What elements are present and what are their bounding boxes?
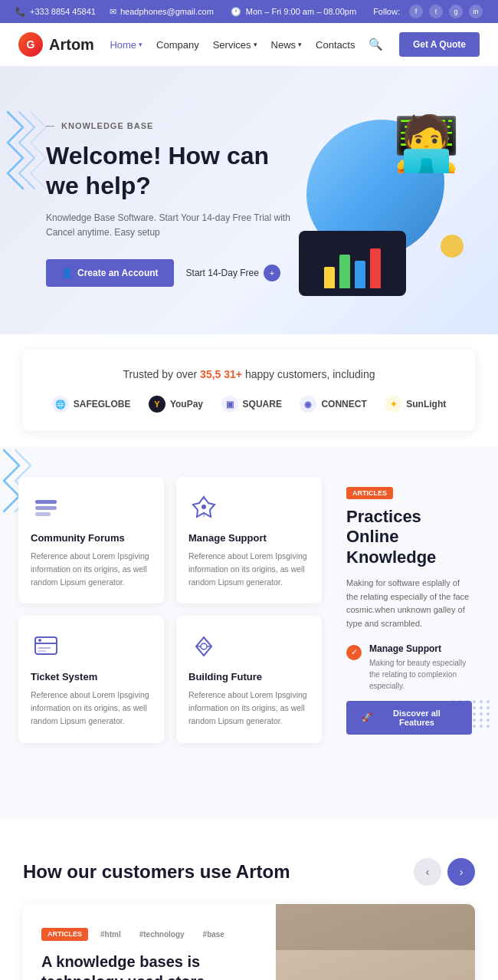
customer-card-content: ARTICLES #html #technology #base A knowl…: [23, 904, 276, 980]
logo[interactable]: G Artom: [18, 32, 94, 57]
square-icon: ▣: [221, 396, 238, 413]
chevron-down-icon: ▾: [139, 41, 143, 48]
feature-title: Ticket System: [31, 671, 152, 682]
svg-rect-2: [35, 512, 51, 516]
email-info: ✉ headphones@gmail.com: [110, 7, 214, 17]
trusted-title: Trusted by over 35,5 31+ happy customers…: [48, 368, 450, 380]
hero-section: KNOWLEDGE BASE Welcome! How can we help?…: [0, 66, 498, 334]
carousel-controls: ‹ ›: [414, 858, 475, 886]
navbar: G Artom Home ▾ Company Services ▾ News ▾…: [0, 23, 498, 66]
brand-connect: ◉ CONNECT: [300, 396, 366, 413]
building-future-icon: [188, 631, 219, 662]
nav-home[interactable]: Home ▾: [110, 39, 143, 51]
articles-title: Practices Online Knowledge: [346, 507, 472, 567]
card-tag-technology: #technology: [133, 928, 191, 941]
brand-sunlight: ✦ SunLight: [385, 396, 446, 413]
svg-point-5: [38, 639, 41, 642]
articles-description: Making for software esplally of the rela…: [346, 577, 472, 630]
plus-icon: +: [264, 265, 280, 281]
sunlight-icon: ✦: [385, 396, 401, 413]
svg-rect-1: [35, 506, 57, 510]
top-bar-contact: 📞 +333 8854 45841 ✉ headphones@gmail.com: [15, 7, 214, 17]
create-account-button[interactable]: 👤 Create an Account: [46, 259, 174, 287]
svg-rect-0: [35, 500, 57, 504]
top-bar-social: Follow: f t g in: [373, 5, 483, 18]
discover-features-button[interactable]: 🚀 Discover all Features: [346, 701, 472, 735]
facebook-icon[interactable]: f: [409, 5, 423, 18]
hero-title: Welcome! How can we help?: [46, 141, 299, 200]
carousel-prev-button[interactable]: ‹: [414, 858, 441, 886]
feature-desc: Reference about Lorem Ipsgiving informat…: [31, 550, 152, 588]
feature-building-future: Building Future Reference about Lorem Ip…: [176, 616, 322, 742]
card-title: A knowledge bases is technology used sto…: [41, 952, 257, 980]
customers-header: How our customers use Artom ‹ ›: [23, 858, 475, 886]
chevron-down-icon: ▾: [254, 41, 257, 48]
rocket-icon: 🚀: [362, 712, 372, 722]
svg-point-9: [201, 505, 206, 509]
hero-description: Knowledge Base Software. Start Your 14-d…: [46, 211, 299, 240]
card-badge-articles: ARTICLES: [41, 928, 88, 941]
hero-content: KNOWLEDGE BASE Welcome! How can we help?…: [46, 121, 299, 286]
customers-title: How our customers use Artom: [23, 861, 290, 883]
search-icon[interactable]: 🔍: [369, 38, 383, 51]
card-tags: ARTICLES #html #technology #base: [41, 928, 231, 941]
connect-icon: ◉: [300, 396, 316, 413]
articles-item-text: Manage Support Making for beauty especia…: [369, 643, 472, 692]
email-icon: ✉: [110, 7, 116, 17]
logo-icon: G: [18, 32, 43, 57]
community-forums-icon: [31, 492, 61, 523]
articles-panel: ARTICLES Practices Online Knowledge Maki…: [334, 477, 480, 743]
nav-services[interactable]: Services ▾: [213, 39, 257, 51]
features-section: Community Forums Reference about Lorem I…: [0, 446, 498, 774]
articles-item: ✓ Manage Support Making for beauty espec…: [346, 643, 472, 692]
feature-title: Manage Support: [188, 532, 310, 544]
nav-company[interactable]: Company: [156, 39, 199, 51]
feature-desc: Reference about Lorem Ipsgiving informat…: [188, 550, 310, 588]
feature-community-forums: Community Forums Reference about Lorem I…: [18, 477, 164, 603]
hero-actions: 👤 Create an Account Start 14-Day Free +: [46, 259, 299, 287]
phone-icon: 📞: [15, 7, 26, 17]
manage-support-icon: [188, 492, 219, 523]
twitter-icon[interactable]: t: [429, 5, 443, 18]
brand-safeglobe: 🌐 SAFEGLOBE: [52, 396, 131, 413]
trusted-section: Trusted by over 35,5 31+ happy customers…: [23, 350, 475, 431]
brand-youpay: Y YouPay: [149, 396, 203, 413]
feature-title: Building Future: [188, 671, 310, 682]
top-bar: 📞 +333 8854 45841 ✉ headphones@gmail.com…: [0, 0, 498, 23]
feature-desc: Reference about Lorem Ipsgiving informat…: [188, 689, 310, 727]
top-bar-hours: 🕐 Mon – Fri 9:00 am – 08.00pm: [231, 7, 356, 17]
brand-square: ▣ SQUARE: [221, 396, 282, 413]
customer-card-image: 👩‍💼 🧑‍💼 19JP.COM: [276, 904, 475, 980]
trusted-logos: 🌐 SAFEGLOBE Y YouPay ▣ SQUARE ◉ CONNECT …: [48, 396, 450, 413]
nav-links: Home ▾ Company Services ▾ News ▾ Contact…: [110, 38, 383, 51]
phone-info: 📞 +333 8854 45841: [15, 7, 96, 17]
card-tag-html: #html: [94, 928, 127, 941]
nav-news[interactable]: News ▾: [271, 39, 303, 51]
trial-button[interactable]: Start 14-Day Free +: [186, 265, 280, 281]
hero-illustration: 🧑‍💻: [299, 104, 467, 304]
get-quote-button[interactable]: Get A Quote: [399, 32, 480, 57]
ticket-system-icon: [31, 631, 61, 662]
googleplus-icon[interactable]: g: [449, 5, 463, 18]
chevron-down-icon: ▾: [298, 41, 302, 48]
clock-icon: 🕐: [231, 7, 241, 17]
feature-desc: Reference about Lorem Ipsgiving informat…: [31, 689, 152, 727]
articles-badge: ARTICLES: [346, 487, 393, 499]
customer-card: ARTICLES #html #technology #base A knowl…: [23, 904, 475, 980]
hero-label: KNOWLEDGE BASE: [46, 121, 299, 130]
svg-point-12: [201, 643, 207, 649]
customers-section: How our customers use Artom ‹ › ARTICLES…: [0, 820, 498, 980]
safeglobe-icon: 🌐: [52, 396, 69, 413]
linkedin-icon[interactable]: in: [469, 5, 483, 18]
check-icon: ✓: [346, 645, 362, 660]
feature-title: Community Forums: [31, 532, 152, 544]
carousel-next-button[interactable]: ›: [447, 858, 475, 886]
card-tag-base: #base: [197, 928, 231, 941]
youpay-icon: Y: [149, 396, 165, 413]
feature-ticket-system: Ticket System Reference about Lorem Ipsg…: [18, 616, 164, 742]
nav-contacts[interactable]: Contacts: [316, 39, 355, 51]
feature-manage-support: Manage Support Reference about Lorem Ips…: [176, 477, 322, 603]
user-icon: 👤: [61, 268, 73, 278]
